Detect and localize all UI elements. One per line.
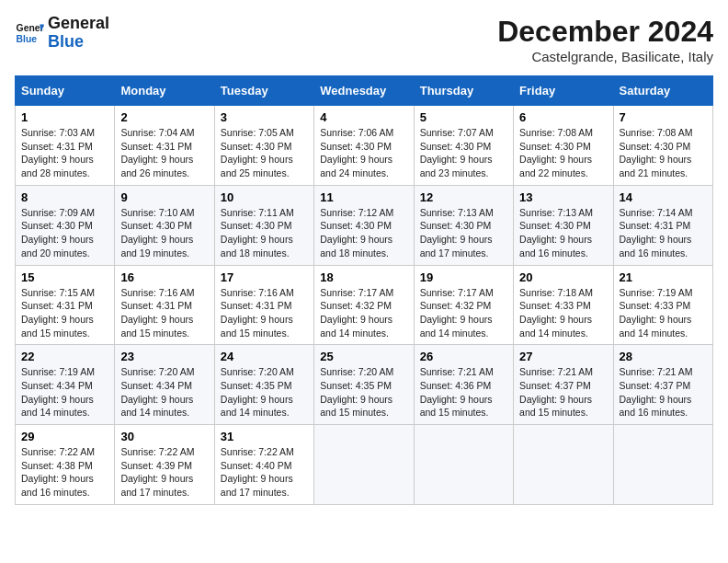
day-info: Sunrise: 7:22 AM Sunset: 4:39 PM Dayligh… xyxy=(120,445,208,500)
day-cell: 18 Sunrise: 7:17 AM Sunset: 4:32 PM Dayl… xyxy=(314,265,414,345)
day-cell: 1 Sunrise: 7:03 AM Sunset: 4:31 PM Dayli… xyxy=(16,106,115,186)
day-info: Sunrise: 7:13 AM Sunset: 4:30 PM Dayligh… xyxy=(420,206,507,260)
day-cell: 30 Sunrise: 7:22 AM Sunset: 4:39 PM Dayl… xyxy=(115,425,214,505)
day-info: Sunrise: 7:03 AM Sunset: 4:31 PM Dayligh… xyxy=(21,126,108,180)
day-cell: 3 Sunrise: 7:05 AM Sunset: 4:30 PM Dayli… xyxy=(214,106,313,186)
day-cell: 7 Sunrise: 7:08 AM Sunset: 4:30 PM Dayli… xyxy=(613,106,712,186)
day-info: Sunrise: 7:07 AM Sunset: 4:30 PM Dayligh… xyxy=(420,126,507,180)
day-cell: 2 Sunrise: 7:04 AM Sunset: 4:31 PM Dayli… xyxy=(115,106,214,186)
day-info: Sunrise: 7:16 AM Sunset: 4:31 PM Dayligh… xyxy=(221,286,308,340)
day-number: 28 xyxy=(620,350,707,363)
calendar-table: SundayMondayTuesdayWednesdayThursdayFrid… xyxy=(15,75,713,505)
column-header-saturday: Saturday xyxy=(613,76,712,106)
day-cell: 11 Sunrise: 7:12 AM Sunset: 4:30 PM Dayl… xyxy=(314,185,414,265)
day-number: 14 xyxy=(620,190,707,204)
day-info: Sunrise: 7:17 AM Sunset: 4:32 PM Dayligh… xyxy=(420,286,507,340)
day-info: Sunrise: 7:11 AM Sunset: 4:30 PM Dayligh… xyxy=(221,206,308,260)
calendar-body: 1 Sunrise: 7:03 AM Sunset: 4:31 PM Dayli… xyxy=(16,106,713,505)
week-row-4: 22 Sunrise: 7:19 AM Sunset: 4:34 PM Dayl… xyxy=(16,345,713,425)
day-cell: 17 Sunrise: 7:16 AM Sunset: 4:31 PM Dayl… xyxy=(214,265,313,345)
day-number: 18 xyxy=(320,270,407,284)
day-number: 6 xyxy=(519,110,607,124)
day-cell: 12 Sunrise: 7:13 AM Sunset: 4:30 PM Dayl… xyxy=(414,185,513,265)
day-number: 26 xyxy=(420,350,507,363)
day-info: Sunrise: 7:04 AM Sunset: 4:31 PM Dayligh… xyxy=(120,126,208,180)
day-cell: 16 Sunrise: 7:16 AM Sunset: 4:31 PM Dayl… xyxy=(115,265,214,345)
day-info: Sunrise: 7:10 AM Sunset: 4:30 PM Dayligh… xyxy=(120,206,208,260)
day-cell: 21 Sunrise: 7:19 AM Sunset: 4:33 PM Dayl… xyxy=(613,265,712,345)
day-number: 10 xyxy=(221,190,308,204)
day-cell xyxy=(314,425,414,505)
day-info: Sunrise: 7:15 AM Sunset: 4:31 PM Dayligh… xyxy=(21,286,108,340)
month-title: December 2024 xyxy=(497,15,713,49)
day-cell: 5 Sunrise: 7:07 AM Sunset: 4:30 PM Dayli… xyxy=(414,106,513,186)
day-number: 21 xyxy=(620,270,707,284)
column-header-thursday: Thursday xyxy=(414,76,513,106)
day-info: Sunrise: 7:17 AM Sunset: 4:32 PM Dayligh… xyxy=(320,286,407,340)
day-info: Sunrise: 7:06 AM Sunset: 4:30 PM Dayligh… xyxy=(320,126,407,180)
day-info: Sunrise: 7:18 AM Sunset: 4:33 PM Dayligh… xyxy=(519,286,607,340)
day-info: Sunrise: 7:12 AM Sunset: 4:30 PM Dayligh… xyxy=(320,206,407,260)
column-header-tuesday: Tuesday xyxy=(214,76,313,106)
day-number: 1 xyxy=(21,110,108,124)
day-number: 22 xyxy=(21,350,108,363)
day-cell: 24 Sunrise: 7:20 AM Sunset: 4:35 PM Dayl… xyxy=(214,345,313,425)
day-cell: 29 Sunrise: 7:22 AM Sunset: 4:38 PM Dayl… xyxy=(16,425,115,505)
day-cell: 10 Sunrise: 7:11 AM Sunset: 4:30 PM Dayl… xyxy=(214,185,313,265)
svg-text:Blue: Blue xyxy=(17,33,38,43)
day-info: Sunrise: 7:21 AM Sunset: 4:37 PM Dayligh… xyxy=(519,365,607,419)
day-cell: 8 Sunrise: 7:09 AM Sunset: 4:30 PM Dayli… xyxy=(16,185,115,265)
day-number: 2 xyxy=(120,110,208,124)
day-info: Sunrise: 7:08 AM Sunset: 4:30 PM Dayligh… xyxy=(519,126,607,180)
day-number: 11 xyxy=(320,190,407,204)
day-info: Sunrise: 7:08 AM Sunset: 4:30 PM Dayligh… xyxy=(620,126,707,180)
day-cell xyxy=(613,425,712,505)
day-cell: 13 Sunrise: 7:13 AM Sunset: 4:30 PM Dayl… xyxy=(514,185,613,265)
day-cell: 20 Sunrise: 7:18 AM Sunset: 4:33 PM Dayl… xyxy=(514,265,613,345)
column-header-sunday: Sunday xyxy=(16,76,115,106)
day-info: Sunrise: 7:16 AM Sunset: 4:31 PM Dayligh… xyxy=(120,286,208,340)
day-number: 29 xyxy=(21,430,108,443)
day-cell: 6 Sunrise: 7:08 AM Sunset: 4:30 PM Dayli… xyxy=(514,106,613,186)
day-info: Sunrise: 7:22 AM Sunset: 4:40 PM Dayligh… xyxy=(221,445,308,500)
day-cell: 31 Sunrise: 7:22 AM Sunset: 4:40 PM Dayl… xyxy=(214,425,313,505)
column-header-wednesday: Wednesday xyxy=(314,76,414,106)
day-cell: 4 Sunrise: 7:06 AM Sunset: 4:30 PM Dayli… xyxy=(314,106,414,186)
day-cell xyxy=(414,425,513,505)
day-number: 12 xyxy=(420,190,507,204)
day-cell: 9 Sunrise: 7:10 AM Sunset: 4:30 PM Dayli… xyxy=(115,185,214,265)
day-number: 16 xyxy=(120,270,208,284)
header-row: SundayMondayTuesdayWednesdayThursdayFrid… xyxy=(16,76,713,106)
day-number: 17 xyxy=(221,270,308,284)
day-info: Sunrise: 7:20 AM Sunset: 4:34 PM Dayligh… xyxy=(120,365,208,419)
day-number: 9 xyxy=(120,190,208,204)
day-cell: 26 Sunrise: 7:21 AM Sunset: 4:36 PM Dayl… xyxy=(414,345,513,425)
day-number: 7 xyxy=(620,110,707,124)
day-info: Sunrise: 7:20 AM Sunset: 4:35 PM Dayligh… xyxy=(221,365,308,419)
week-row-2: 8 Sunrise: 7:09 AM Sunset: 4:30 PM Dayli… xyxy=(16,185,713,265)
day-info: Sunrise: 7:21 AM Sunset: 4:36 PM Dayligh… xyxy=(420,365,507,419)
day-info: Sunrise: 7:05 AM Sunset: 4:30 PM Dayligh… xyxy=(221,126,308,180)
day-number: 25 xyxy=(320,350,407,363)
day-info: Sunrise: 7:14 AM Sunset: 4:31 PM Dayligh… xyxy=(620,206,707,260)
day-cell: 22 Sunrise: 7:19 AM Sunset: 4:34 PM Dayl… xyxy=(16,345,115,425)
day-cell: 28 Sunrise: 7:21 AM Sunset: 4:37 PM Dayl… xyxy=(613,345,712,425)
day-cell xyxy=(514,425,613,505)
day-cell: 19 Sunrise: 7:17 AM Sunset: 4:32 PM Dayl… xyxy=(414,265,513,345)
day-info: Sunrise: 7:09 AM Sunset: 4:30 PM Dayligh… xyxy=(21,206,108,260)
day-number: 5 xyxy=(420,110,507,124)
day-number: 20 xyxy=(519,270,607,284)
day-info: Sunrise: 7:22 AM Sunset: 4:38 PM Dayligh… xyxy=(21,445,108,500)
column-header-friday: Friday xyxy=(514,76,613,106)
column-header-monday: Monday xyxy=(115,76,214,106)
day-number: 15 xyxy=(21,270,108,284)
day-number: 13 xyxy=(519,190,607,204)
week-row-1: 1 Sunrise: 7:03 AM Sunset: 4:31 PM Dayli… xyxy=(16,106,713,186)
day-info: Sunrise: 7:19 AM Sunset: 4:34 PM Dayligh… xyxy=(21,365,108,419)
week-row-3: 15 Sunrise: 7:15 AM Sunset: 4:31 PM Dayl… xyxy=(16,265,713,345)
day-number: 30 xyxy=(120,430,208,443)
day-number: 31 xyxy=(221,430,308,443)
day-number: 23 xyxy=(120,350,208,363)
week-row-5: 29 Sunrise: 7:22 AM Sunset: 4:38 PM Dayl… xyxy=(16,425,713,505)
day-number: 4 xyxy=(320,110,407,124)
